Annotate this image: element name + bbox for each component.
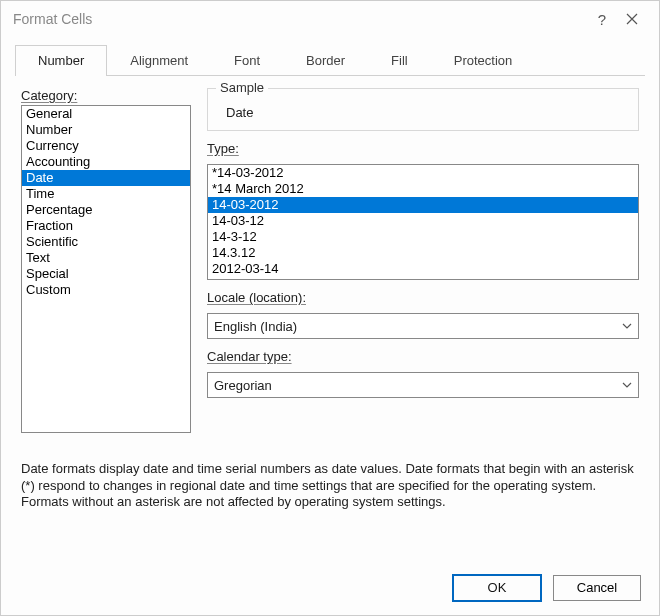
tab-strip: NumberAlignmentFontBorderFillProtection	[15, 45, 645, 76]
tab-number[interactable]: Number	[15, 45, 107, 76]
category-item[interactable]: Text	[22, 250, 190, 266]
type-item[interactable]: 14-03-12	[208, 213, 638, 229]
category-item[interactable]: Accounting	[22, 154, 190, 170]
category-item[interactable]: Special	[22, 266, 190, 282]
sample-label: Sample	[216, 80, 268, 95]
close-icon[interactable]	[617, 11, 647, 28]
type-item[interactable]: *14 March 2012	[208, 181, 638, 197]
category-item[interactable]: Number	[22, 122, 190, 138]
category-item[interactable]: General	[22, 106, 190, 122]
calendar-value: Gregorian	[214, 378, 272, 393]
category-label: Category:	[21, 88, 191, 103]
type-item[interactable]: 14.3.12	[208, 245, 638, 261]
tab-font[interactable]: Font	[211, 45, 283, 75]
format-cells-dialog: Format Cells ? NumberAlignmentFontBorder…	[0, 0, 660, 616]
tab-fill[interactable]: Fill	[368, 45, 431, 75]
tab-protection[interactable]: Protection	[431, 45, 536, 75]
category-item[interactable]: Currency	[22, 138, 190, 154]
locale-label: Locale (location):	[207, 290, 639, 305]
cancel-button[interactable]: Cancel	[553, 575, 641, 601]
category-item[interactable]: Custom	[22, 282, 190, 298]
category-item[interactable]: Date	[22, 170, 190, 186]
ok-button[interactable]: OK	[453, 575, 541, 601]
titlebar: Format Cells ?	[1, 1, 659, 37]
type-item[interactable]: 14-3-12	[208, 229, 638, 245]
calendar-label: Calendar type:	[207, 349, 639, 364]
chevron-down-icon	[622, 382, 632, 388]
tab-border[interactable]: Border	[283, 45, 368, 75]
calendar-combo[interactable]: Gregorian	[207, 372, 639, 398]
category-item[interactable]: Time	[22, 186, 190, 202]
dialog-footer: OK Cancel	[1, 567, 659, 615]
category-item[interactable]: Fraction	[22, 218, 190, 234]
type-item[interactable]: 2012-03-14	[208, 261, 638, 277]
category-listbox[interactable]: GeneralNumberCurrencyAccountingDateTimeP…	[21, 105, 191, 433]
type-item[interactable]: 14-03-2012	[208, 197, 638, 213]
category-item[interactable]: Scientific	[22, 234, 190, 250]
type-item[interactable]: *14-03-2012	[208, 165, 638, 181]
dialog-body: Category: GeneralNumberCurrencyAccountin…	[1, 76, 659, 567]
help-icon[interactable]: ?	[587, 11, 617, 28]
sample-value: Date	[218, 95, 628, 120]
locale-value: English (India)	[214, 319, 297, 334]
type-listbox[interactable]: *14-03-2012*14 March 201214-03-201214-03…	[207, 164, 639, 280]
category-item[interactable]: Percentage	[22, 202, 190, 218]
description-text: Date formats display date and time seria…	[21, 461, 639, 511]
sample-group: Sample Date	[207, 88, 639, 131]
type-label: Type:	[207, 141, 639, 156]
chevron-down-icon	[622, 323, 632, 329]
window-title: Format Cells	[13, 11, 587, 27]
locale-combo[interactable]: English (India)	[207, 313, 639, 339]
tab-alignment[interactable]: Alignment	[107, 45, 211, 75]
